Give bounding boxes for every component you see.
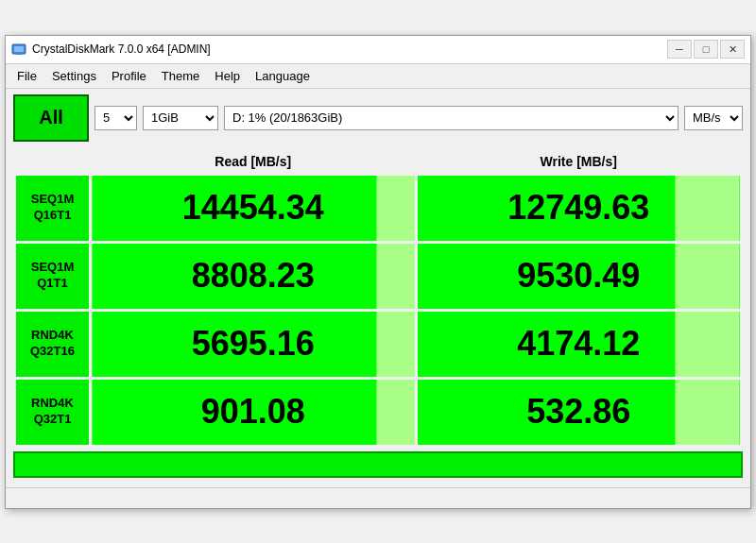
svg-rect-1: [14, 46, 24, 52]
drive-dropdown[interactable]: D: 1% (20/1863GiB): [224, 106, 679, 130]
row-label-2: RND4KQ32T16: [15, 310, 91, 378]
unit-dropdown[interactable]: MB/s GB/s IOPS μs: [684, 106, 743, 130]
svg-rect-2: [16, 53, 22, 55]
row-write-2: 4174.12: [416, 310, 742, 378]
app-icon: [11, 42, 26, 57]
bottom-status-bar: [13, 451, 743, 478]
menu-file[interactable]: File: [9, 66, 44, 86]
row-read-2: 5695.16: [91, 310, 417, 378]
col-read-header: Read [MB/s]: [91, 148, 417, 174]
row-label-0: SEQ1MQ16T1: [15, 174, 91, 242]
menu-profile[interactable]: Profile: [104, 66, 154, 86]
title-bar: CrystalDiskMark 7.0.0 x64 [ADMIN] ─ □ ✕: [6, 36, 750, 64]
table-row: RND4KQ32T165695.164174.12: [15, 310, 742, 378]
toolbar: All 1 3 5 10 512MiB 1GiB 2GiB 4GiB D: 1%…: [6, 89, 750, 147]
window-controls: ─ □ ✕: [667, 40, 745, 59]
row-read-1: 8808.23: [91, 242, 417, 310]
row-write-3: 532.86: [416, 378, 742, 446]
menu-bar: File Settings Profile Theme Help Languag…: [6, 64, 750, 89]
maximize-button[interactable]: □: [694, 40, 718, 59]
row-write-0: 12749.63: [416, 174, 742, 242]
row-label-3: RND4KQ32T1: [15, 378, 91, 446]
main-window: CrystalDiskMark 7.0.0 x64 [ADMIN] ─ □ ✕ …: [5, 35, 751, 509]
window-title: CrystalDiskMark 7.0.0 x64 [ADMIN]: [32, 42, 211, 56]
col-write-header: Write [MB/s]: [416, 148, 742, 174]
row-write-1: 9530.49: [416, 242, 742, 310]
count-dropdown[interactable]: 1 3 5 10: [94, 106, 137, 130]
row-label-1: SEQ1MQ1T1: [15, 242, 91, 310]
menu-language[interactable]: Language: [248, 66, 318, 86]
close-button[interactable]: ✕: [720, 40, 745, 59]
menu-settings[interactable]: Settings: [44, 66, 104, 86]
menu-theme[interactable]: Theme: [154, 66, 207, 86]
row-read-3: 901.08: [91, 378, 417, 446]
status-bar: [6, 487, 750, 508]
content-area: Read [MB/s] Write [MB/s] SEQ1MQ16T114454…: [6, 147, 750, 487]
size-dropdown[interactable]: 512MiB 1GiB 2GiB 4GiB: [143, 106, 218, 130]
table-row: SEQ1MQ1T18808.239530.49: [15, 242, 742, 310]
all-button[interactable]: All: [13, 94, 89, 142]
minimize-button[interactable]: ─: [667, 40, 692, 59]
table-row: SEQ1MQ16T114454.3412749.63: [15, 174, 742, 242]
bench-table: Read [MB/s] Write [MB/s] SEQ1MQ16T114454…: [13, 147, 743, 448]
menu-help[interactable]: Help: [207, 66, 248, 86]
row-read-0: 14454.34: [91, 174, 417, 242]
table-row: RND4KQ32T1901.08532.86: [15, 378, 742, 446]
